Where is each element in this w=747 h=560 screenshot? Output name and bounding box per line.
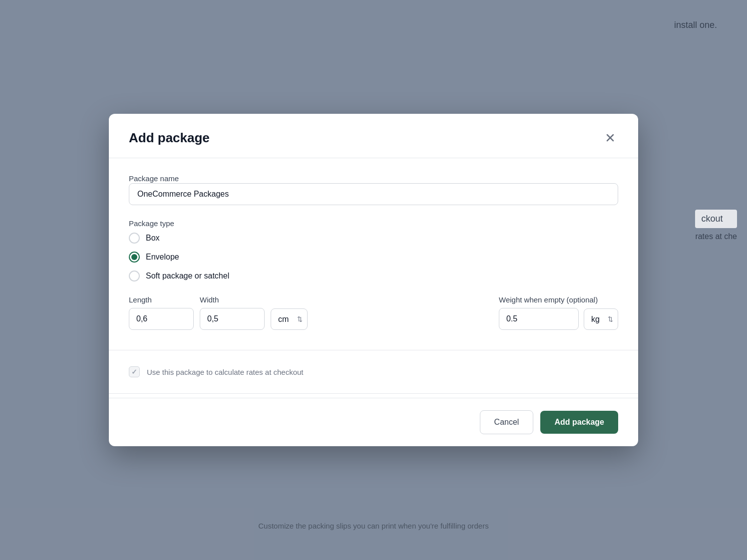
radio-option-envelope[interactable]: Envelope (129, 252, 618, 263)
divider-1 (109, 350, 638, 350)
divider-2 (109, 393, 638, 394)
add-package-button[interactable]: Add package (540, 411, 618, 434)
package-name-label: Package name (129, 174, 179, 183)
radio-soft (129, 271, 140, 281)
package-type-radio-group: Box Envelope Soft package or satchel (129, 233, 618, 281)
package-name-input[interactable] (129, 183, 618, 205)
radio-box-label: Box (146, 234, 160, 243)
checkout-checkbox-label: Use this package to calculate rates at c… (147, 368, 304, 376)
modal-footer: Cancel Add package (109, 398, 638, 446)
close-icon (604, 132, 616, 144)
modal-header: Add package (109, 114, 638, 158)
add-package-modal: Add package Package name Package type (109, 114, 638, 446)
width-label: Width (200, 295, 265, 304)
weight-label: Weight when empty (optional) (499, 295, 618, 304)
width-input[interactable] (200, 308, 265, 330)
width-field: Width (200, 295, 265, 330)
package-name-field: Package name (129, 174, 618, 205)
dimensions-row: Length Width cm in Weight (129, 295, 618, 330)
radio-envelope-inner (131, 254, 137, 260)
length-label: Length (129, 295, 194, 304)
dimension-unit-select[interactable]: cm in (271, 308, 308, 330)
radio-box (129, 233, 140, 244)
radio-envelope (129, 252, 140, 263)
package-type-label: Package type (129, 219, 618, 228)
checkout-checkbox[interactable]: ✓ (129, 366, 140, 377)
radio-option-box[interactable]: Box (129, 233, 618, 244)
cancel-button[interactable]: Cancel (480, 410, 534, 434)
bg-mid-right-text: ckout rates at che (695, 210, 737, 241)
checkbox-checkmark: ✓ (131, 368, 137, 376)
weight-group: Weight when empty (optional) kg lb (499, 295, 618, 330)
bg-bottom-text: Customize the packing slips you can prin… (0, 522, 747, 530)
radio-option-soft[interactable]: Soft package or satchel (129, 271, 618, 281)
length-field: Length (129, 295, 194, 330)
unit-field: cm in (271, 308, 308, 330)
close-button[interactable] (602, 130, 618, 146)
weight-input[interactable] (499, 308, 579, 330)
length-input[interactable] (129, 308, 194, 330)
radio-soft-label: Soft package or satchel (146, 272, 229, 280)
checkout-checkbox-row[interactable]: ✓ Use this package to calculate rates at… (109, 354, 638, 389)
weight-unit-wrapper: kg lb (584, 308, 618, 330)
modal-title: Add package (129, 130, 210, 146)
weight-inputs: kg lb (499, 308, 618, 330)
modal-body: Package name Package type Box (109, 158, 638, 346)
unit-select-wrapper: cm in (271, 308, 308, 330)
bg-top-right-text: install one. (674, 20, 717, 30)
radio-envelope-label: Envelope (146, 253, 179, 262)
weight-unit-select[interactable]: kg lb (584, 308, 618, 330)
package-type-field: Package type Box Envelope (129, 219, 618, 281)
modal-backdrop: Add package Package name Package type (0, 0, 747, 560)
